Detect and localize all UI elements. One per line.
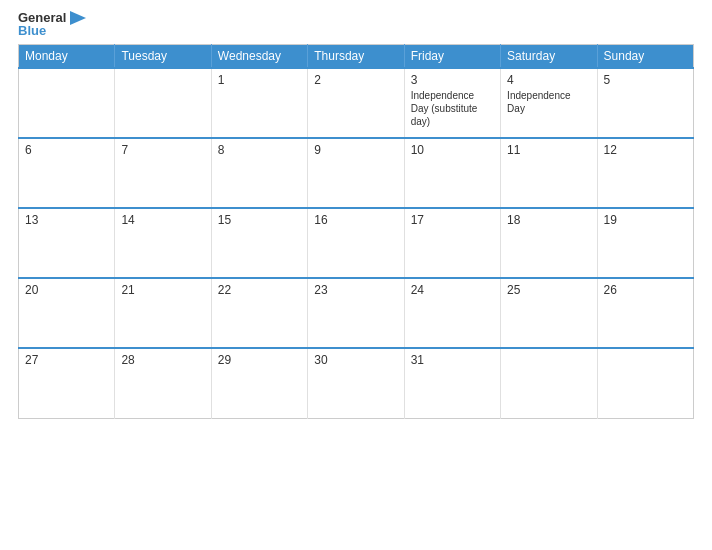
logo: General Blue [18,10,86,38]
holiday-label: Independence Day [507,89,590,115]
calendar-cell: 19 [597,208,693,278]
day-number: 22 [218,283,301,297]
day-number: 5 [604,73,687,87]
calendar-cell: 22 [211,278,307,348]
calendar-cell: 3Independence Day (substitute day) [404,68,500,138]
calendar-cell: 27 [19,348,115,418]
calendar-cell: 28 [115,348,211,418]
day-number: 30 [314,353,397,367]
day-number: 11 [507,143,590,157]
table-row: 2728293031 [19,348,694,418]
calendar-header: MondayTuesdayWednesdayThursdayFridaySatu… [19,45,694,69]
day-number: 28 [121,353,204,367]
header-monday: Monday [19,45,115,69]
day-number: 6 [25,143,108,157]
calendar-cell: 26 [597,278,693,348]
days-of-week-row: MondayTuesdayWednesdayThursdayFridaySatu… [19,45,694,69]
day-number: 20 [25,283,108,297]
calendar-cell: 31 [404,348,500,418]
calendar-cell: 11 [501,138,597,208]
day-number: 15 [218,213,301,227]
calendar-cell: 12 [597,138,693,208]
calendar-cell: 5 [597,68,693,138]
day-number: 4 [507,73,590,87]
day-number: 31 [411,353,494,367]
table-row: 123Independence Day (substitute day)4Ind… [19,68,694,138]
table-row: 6789101112 [19,138,694,208]
day-number: 29 [218,353,301,367]
table-row: 20212223242526 [19,278,694,348]
calendar-cell [501,348,597,418]
day-number: 14 [121,213,204,227]
day-number: 2 [314,73,397,87]
day-number: 19 [604,213,687,227]
day-number: 1 [218,73,301,87]
day-number: 27 [25,353,108,367]
day-number: 7 [121,143,204,157]
calendar-cell: 1 [211,68,307,138]
day-number: 9 [314,143,397,157]
day-number: 18 [507,213,590,227]
calendar-cell: 10 [404,138,500,208]
day-number: 16 [314,213,397,227]
calendar-cell: 4Independence Day [501,68,597,138]
calendar-cell: 16 [308,208,404,278]
calendar-cell [597,348,693,418]
day-number: 3 [411,73,494,87]
day-number: 8 [218,143,301,157]
calendar-cell: 14 [115,208,211,278]
top-bar: General Blue [18,10,694,38]
calendar-table: MondayTuesdayWednesdayThursdayFridaySatu… [18,44,694,419]
header-tuesday: Tuesday [115,45,211,69]
day-number: 13 [25,213,108,227]
day-number: 25 [507,283,590,297]
calendar-cell: 18 [501,208,597,278]
table-row: 13141516171819 [19,208,694,278]
day-number: 21 [121,283,204,297]
calendar-cell: 25 [501,278,597,348]
header-saturday: Saturday [501,45,597,69]
header-wednesday: Wednesday [211,45,307,69]
calendar-cell: 8 [211,138,307,208]
calendar-cell: 20 [19,278,115,348]
calendar-cell: 17 [404,208,500,278]
day-number: 23 [314,283,397,297]
calendar-cell [19,68,115,138]
calendar-cell: 30 [308,348,404,418]
calendar-body: 123Independence Day (substitute day)4Ind… [19,68,694,418]
day-number: 12 [604,143,687,157]
calendar-cell: 15 [211,208,307,278]
day-number: 24 [411,283,494,297]
logo-flag-icon [68,11,86,25]
calendar-cell: 9 [308,138,404,208]
calendar-cell: 13 [19,208,115,278]
calendar-cell: 2 [308,68,404,138]
header-thursday: Thursday [308,45,404,69]
day-number: 10 [411,143,494,157]
calendar-cell: 6 [19,138,115,208]
header-sunday: Sunday [597,45,693,69]
svg-marker-0 [70,11,86,25]
calendar-cell [115,68,211,138]
header-friday: Friday [404,45,500,69]
calendar-cell: 23 [308,278,404,348]
calendar-cell: 21 [115,278,211,348]
calendar-cell: 24 [404,278,500,348]
logo-blue-text: Blue [18,23,46,38]
calendar-cell: 7 [115,138,211,208]
day-number: 17 [411,213,494,227]
day-number: 26 [604,283,687,297]
holiday-label: Independence Day (substitute day) [411,89,494,128]
calendar-cell: 29 [211,348,307,418]
